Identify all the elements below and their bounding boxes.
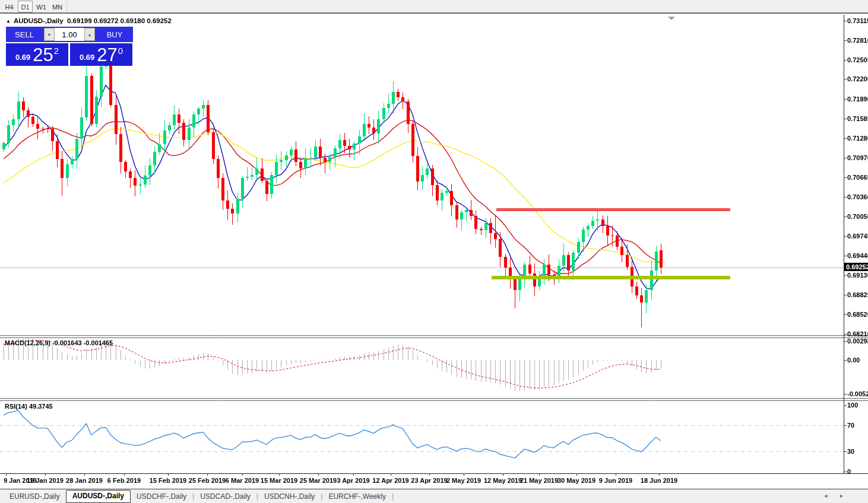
sell-price-prefix: 0.69 (15, 53, 30, 62)
buy-price-prefix: 0.69 (80, 53, 94, 62)
price-axis-label: 0.69130 (847, 272, 868, 279)
timeframe-button-w1[interactable]: W1 (34, 1, 49, 12)
sell-price-sup: 2 (54, 46, 59, 56)
toolbar-divider (66, 1, 67, 12)
date-axis-label: 12 Apr 2019 (372, 477, 408, 484)
date-axis-label: 15 Feb 2019 (150, 477, 186, 484)
rsi-axis-label: 100 (847, 402, 858, 409)
price-axis-label: 0.72200 (847, 75, 868, 82)
price-axis-label: 0.72505 (847, 56, 868, 63)
price-axis-label: 0.71585 (847, 115, 868, 122)
rsi-axis-label: 0 (847, 468, 851, 475)
sell-button[interactable]: SELL (6, 27, 43, 42)
date-axis-label: 18 Jan 2019 (27, 477, 64, 484)
sell-price-big: 25 (33, 46, 53, 64)
price-axis-label: 0.69745 (847, 233, 868, 240)
date-axis-label: 3 Apr 2019 (337, 477, 369, 484)
price-axis-label: 0.69440 (847, 252, 868, 259)
price-axis-label: 0.68520 (847, 311, 868, 318)
tab-scroll-right-icon[interactable]: ► (839, 493, 855, 499)
chart-tab-eurchf-weekly[interactable]: EURCHF-,Weekly (322, 491, 391, 502)
date-axis-label: 6 Feb 2019 (107, 477, 141, 484)
timeframe-toolbar: H4D1W1MN (0, 0, 868, 14)
date-axis-label: 12 May 2019 (484, 477, 522, 484)
price-axis-label: 0.68210 (847, 330, 868, 338)
date-axis-label: 28 Jan 2019 (66, 477, 103, 484)
date-axis-label: 30 May 2019 (557, 477, 595, 484)
rsi-axis-label: 30 (847, 448, 854, 455)
chart-tab-bar: EURUSD-,DailyAUDUSD-,DailyUSDCHF-,Daily|… (0, 489, 868, 503)
volume-increase-button[interactable]: ▲ (84, 28, 95, 41)
timeframe-button-mn[interactable]: MN (50, 1, 65, 12)
rsi-axis-label: 70 (847, 422, 854, 429)
price-axis-label: 0.70970 (847, 154, 868, 161)
volume-decrease-button[interactable]: ▼ (44, 28, 55, 41)
date-axis-label: 25 Feb 2019 (189, 477, 226, 484)
chart-shift-marker-icon[interactable] (668, 17, 675, 20)
chart-tab-usdcnh-daily[interactable]: USDCNH-,Daily (258, 491, 321, 502)
macd-axis-label: 0.002984 (847, 338, 868, 345)
price-axis-label: 0.68825 (847, 291, 868, 298)
price-axis-label: 0.73115 (847, 17, 868, 24)
chart-tab-audusd-daily[interactable]: AUDUSD-,Daily (66, 490, 131, 503)
date-axis-label: 6 Mar 2019 (226, 477, 259, 484)
one-click-panel-toggle-icon[interactable]: ▲ (6, 18, 11, 24)
price-axis-label: 0.71890 (847, 95, 868, 103)
symbol-header: ▲AUDUSD-,Daily 0.69199 0.69272 0.69180 0… (6, 17, 172, 24)
chart-tab-eurusd-daily[interactable]: EURUSD-,Daily (4, 491, 66, 502)
tab-separator: | (392, 492, 394, 501)
buy-price-big: 27 (97, 46, 117, 64)
date-axis-label: 2 May 2019 (446, 477, 481, 484)
date-axis-label: 18 Jun 2019 (641, 477, 677, 484)
symbol-ohlc-values: 0.69199 0.69272 0.69180 0.69252 (67, 17, 172, 24)
chart-area: ▲AUDUSD-,Daily 0.69199 0.69272 0.69180 0… (0, 15, 868, 489)
date-axis-label: 23 Apr 2019 (411, 477, 447, 484)
price-axis-label: 0.70050 (847, 213, 868, 220)
timeframe-button-h4[interactable]: H4 (2, 1, 17, 12)
macd-axis-label: -0.005256 (847, 390, 868, 397)
mt4-window: H4D1W1MN ▲AUDUSD-,Daily 0.69199 0.69272 … (0, 0, 868, 503)
timeframe-button-d1[interactable]: D1 (18, 1, 33, 12)
chart-tab-usdcad-daily[interactable]: USDCAD-,Daily (194, 491, 256, 502)
macd-indicator-label: MACD(12,26,9) -0.001643 -0.001465 (5, 339, 113, 346)
tab-scroll-left-icon[interactable]: ◄ (823, 493, 839, 499)
current-price-tag: 0.69252 (844, 263, 868, 271)
rsi-indicator-label: RSI(14) 49.3745 (5, 403, 53, 410)
price-axis-label: 0.70665 (847, 174, 868, 181)
tab-scroll-arrows[interactable]: ◄► (823, 493, 855, 499)
buy-price-sup: 0 (118, 46, 123, 56)
price-axis-label: 0.71280 (847, 135, 868, 142)
macd-axis-label: 0.00 (847, 356, 860, 364)
price-axis-label: 0.72810 (847, 37, 868, 44)
volume-input[interactable] (55, 28, 84, 41)
buy-button[interactable]: BUY (96, 27, 133, 42)
date-axis-label: 9 Jun 2019 (599, 477, 632, 484)
date-axis-label: 25 Mar 2019 (300, 477, 337, 484)
date-axis-label: 15 Mar 2019 (261, 477, 297, 484)
chart-canvas[interactable] (0, 15, 868, 489)
sell-price-box[interactable]: 0.69 25 2 (6, 43, 68, 66)
date-axis-label: 21 May 2019 (520, 477, 558, 484)
symbol-title: AUDUSD-,Daily (14, 17, 64, 24)
buy-price-box[interactable]: 0.69 27 0 (70, 43, 132, 66)
price-axis-label: 0.70360 (847, 193, 868, 200)
volume-stepper: ▼ ▲ (43, 27, 96, 42)
chart-tab-usdchf-daily[interactable]: USDCHF-,Daily (131, 491, 192, 502)
one-click-trade-panel: SELL ▼ ▲ BUY 0.69 25 2 0.69 27 0 (6, 27, 133, 66)
